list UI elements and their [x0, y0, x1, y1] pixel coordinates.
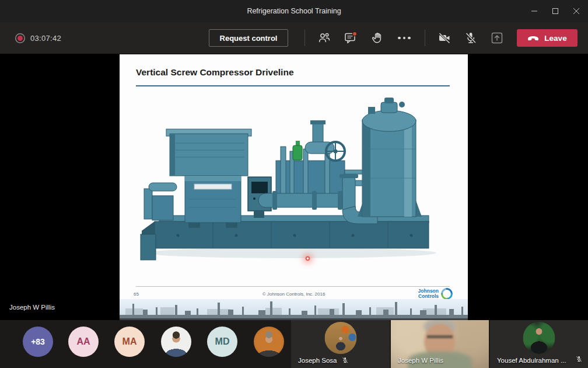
overflow-participants-badge[interactable]: +83 — [23, 327, 53, 357]
johnson-controls-logo-mark — [441, 288, 453, 300]
johnson-controls-logo-text: Johnson Controls — [418, 289, 439, 300]
laser-pointer-dot — [305, 256, 310, 261]
chat-icon — [343, 30, 358, 46]
slide-title: Vertical Screw Compressor Driveline — [136, 67, 294, 78]
shared-slide: Vertical Screw Compressor Driveline — [120, 54, 468, 320]
participants-filmstrip: +83 AA MA MD Joseph Sosa — [0, 320, 588, 368]
request-control-button[interactable]: Request control — [209, 29, 288, 47]
participant-name: Joseph Sosa — [298, 357, 337, 364]
titlebar: Refrigeration School Training — [0, 0, 588, 22]
participant-name: Joseph W Pillis — [398, 357, 443, 364]
chat-button[interactable] — [341, 29, 360, 47]
share-screen-icon — [489, 30, 505, 46]
slide-footer-rule — [136, 286, 450, 287]
participant-avatar-photo[interactable] — [254, 327, 284, 357]
toolbar-divider — [304, 30, 305, 46]
share-tray-button[interactable] — [488, 29, 506, 47]
recording-status: 03:07:42 — [15, 22, 61, 54]
participant-name: Yousef Abdulrahman ... — [497, 357, 566, 364]
recording-indicator-icon — [18, 36, 23, 41]
johnson-controls-logo: Johnson Controls — [418, 288, 453, 300]
presentation-stage: Vertical Screw Compressor Driveline — [0, 54, 588, 320]
minimize-button[interactable] — [524, 0, 545, 22]
participant-tile-joseph-sosa[interactable]: Joseph Sosa — [291, 320, 390, 368]
avatar — [523, 322, 555, 354]
leave-button-label: Leave — [544, 34, 566, 43]
more-options-button[interactable] — [395, 29, 414, 47]
microphone-muted-icon — [575, 355, 583, 363]
hang-up-icon — [527, 34, 539, 41]
participant-avatar-aa[interactable]: AA — [68, 327, 99, 357]
microphone-muted-icon — [341, 356, 349, 364]
close-button[interactable] — [566, 0, 587, 22]
window-controls — [524, 0, 587, 22]
meeting-timer: 03:07:42 — [30, 34, 61, 43]
participant-avatar-photo[interactable] — [161, 327, 191, 357]
participants-icon — [317, 31, 331, 45]
raise-hand-icon — [370, 31, 384, 45]
leave-button[interactable]: Leave — [517, 29, 578, 47]
microphone-toggle-button[interactable] — [461, 29, 480, 47]
toolbar-divider — [425, 30, 425, 46]
slide-copyright: © Johnson Controls, Inc. 2016 — [120, 291, 468, 297]
participant-tile-yousef-abdulrahman[interactable]: Yousef Abdulrahman ... — [490, 320, 588, 368]
maximize-button[interactable] — [545, 0, 566, 22]
chat-notification-dot — [352, 32, 356, 36]
meeting-toolbar: 03:07:42 Request control — [0, 22, 588, 54]
compressor-image — [137, 95, 455, 268]
camera-off-icon — [437, 30, 452, 46]
avatar — [324, 322, 356, 354]
participant-avatar-ma[interactable]: MA — [114, 327, 145, 357]
slide-title-rule — [136, 85, 450, 86]
close-icon — [573, 8, 580, 15]
raise-hand-button[interactable] — [368, 29, 387, 47]
participant-avatar-md[interactable]: MD — [207, 327, 237, 357]
more-options-icon — [398, 37, 411, 40]
participant-video-joseph-w-pillis[interactable]: Joseph W Pillis — [391, 320, 489, 368]
teams-meeting-window: Refrigeration School Training 03:07:42 R… — [0, 0, 588, 368]
maximize-icon — [552, 8, 559, 15]
camera-toggle-button[interactable] — [435, 29, 454, 47]
slide-skyline-image — [120, 299, 468, 320]
minimize-icon — [531, 8, 538, 15]
microphone-muted-icon — [463, 30, 478, 46]
presenter-name-label: Joseph W Pillis — [9, 304, 55, 311]
participants-button[interactable] — [315, 29, 334, 47]
window-title: Refrigeration School Training — [0, 0, 588, 22]
